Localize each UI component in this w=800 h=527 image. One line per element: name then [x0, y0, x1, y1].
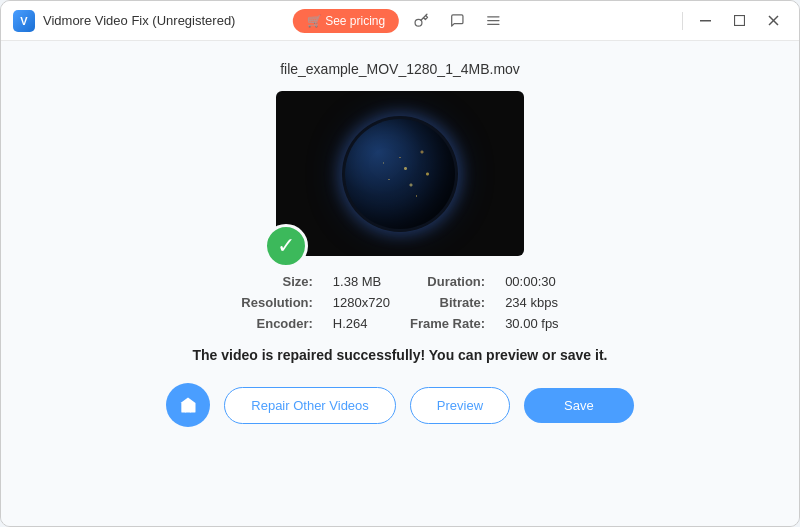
resolution-label: Resolution:	[241, 295, 313, 310]
home-icon	[178, 395, 198, 415]
maximize-button[interactable]	[725, 7, 753, 35]
menu-icon	[486, 13, 501, 28]
chat-icon	[450, 13, 465, 28]
app-title: Vidmore Video Fix (Unregistered)	[43, 13, 235, 28]
title-bar-left: V Vidmore Video Fix (Unregistered)	[13, 10, 235, 32]
title-bar-center: 🛒 See pricing	[293, 7, 507, 35]
resolution-value: 1280x720	[333, 295, 390, 310]
video-container: ✓	[276, 91, 524, 256]
size-value: 1.38 MB	[333, 274, 390, 289]
planet-visual	[345, 119, 455, 229]
file-name: file_example_MOV_1280_1_4MB.mov	[280, 61, 520, 77]
video-thumbnail	[276, 91, 524, 256]
button-row: Repair Other Videos Preview Save	[166, 383, 633, 427]
title-bar-right	[680, 7, 787, 35]
app-icon: V	[13, 10, 35, 32]
minimize-button[interactable]	[691, 7, 719, 35]
divider	[682, 12, 683, 30]
bitrate-value: 234 kbps	[505, 295, 559, 310]
encoder-value: H.264	[333, 316, 390, 331]
size-label: Size:	[241, 274, 313, 289]
planet-atmosphere	[342, 116, 458, 232]
chat-icon-button[interactable]	[443, 7, 471, 35]
bitrate-label: Bitrate:	[410, 295, 485, 310]
framerate-value: 30.00 fps	[505, 316, 559, 331]
close-button[interactable]	[759, 7, 787, 35]
minimize-icon	[700, 20, 711, 22]
see-pricing-button[interactable]: 🛒 See pricing	[293, 9, 399, 33]
maximize-icon	[734, 15, 745, 26]
key-icon	[414, 13, 429, 28]
menu-icon-button[interactable]	[479, 7, 507, 35]
duration-value: 00:00:30	[505, 274, 559, 289]
close-icon	[768, 15, 779, 26]
repair-other-button[interactable]: Repair Other Videos	[224, 387, 396, 424]
svg-rect-5	[734, 16, 744, 26]
key-icon-button[interactable]	[407, 7, 435, 35]
home-button[interactable]	[166, 383, 210, 427]
framerate-label: Frame Rate:	[410, 316, 485, 331]
success-message: The video is repaired successfully! You …	[193, 347, 608, 363]
svg-rect-4	[700, 20, 711, 22]
encoder-label: Encoder:	[241, 316, 313, 331]
save-button[interactable]: Save	[524, 388, 634, 423]
duration-label: Duration:	[410, 274, 485, 289]
title-bar: V Vidmore Video Fix (Unregistered) 🛒 See…	[1, 1, 799, 41]
success-check-badge: ✓	[264, 224, 308, 268]
preview-button[interactable]: Preview	[410, 387, 510, 424]
video-info-grid: Size: 1.38 MB Duration: 00:00:30 Resolut…	[241, 274, 558, 331]
main-content: file_example_MOV_1280_1_4MB.mov ✓ Size: …	[1, 41, 799, 527]
